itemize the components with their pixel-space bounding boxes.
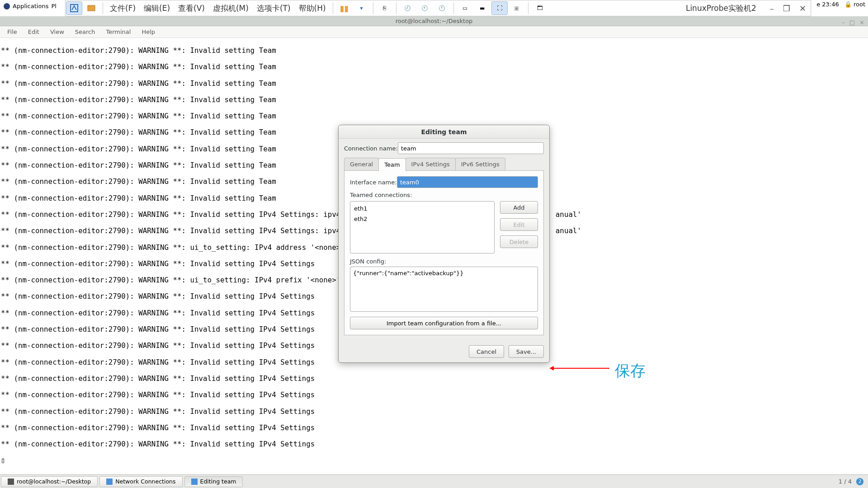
vm-menu-help[interactable]: 帮助(H) <box>295 3 330 14</box>
json-config-input[interactable] <box>350 267 538 312</box>
vm-home-icon[interactable] <box>66 1 82 15</box>
import-button[interactable]: Import team configuration from a file... <box>350 317 538 329</box>
tab-team[interactable]: Team <box>378 158 406 171</box>
dropdown-icon[interactable]: ▾ <box>354 1 370 15</box>
host-panel-left: Applications Pl <box>0 1 60 11</box>
fedora-icon <box>4 3 10 9</box>
taskbar-item-nm[interactable]: Network Connections <box>99 476 182 487</box>
terminal-menubar: File Edit View Search Terminal Help <box>0 26 868 38</box>
taskbar: root@localhost:~/Desktop Network Connect… <box>0 474 868 488</box>
unity-icon[interactable]: ▣ <box>509 1 525 15</box>
dialog-title: Editing team <box>339 125 549 139</box>
annotation-arrow <box>551 368 609 369</box>
tab-general[interactable]: General <box>344 158 379 170</box>
vm-menu-edit[interactable]: 编辑(E) <box>140 3 174 14</box>
taskbar-item-terminal[interactable]: root@localhost:~/Desktop <box>1 476 98 487</box>
minimize-icon[interactable]: – <box>765 4 778 13</box>
vmware-toolbar: 文件(F) 编辑(E) 查看(V) 虚拟机(M) 选项卡(T) 帮助(H) ▮▮… <box>65 0 811 16</box>
snapshot-take-icon[interactable]: 🕘 <box>400 1 416 15</box>
list-item[interactable]: eth2 <box>350 214 494 224</box>
annotation-text: 保存 <box>615 361 646 381</box>
cancel-button[interactable]: Cancel <box>469 345 504 358</box>
network-icon <box>106 479 113 485</box>
host-panel-right: e 23:46 🔒 root <box>816 1 865 8</box>
term-menu-view[interactable]: View <box>46 27 69 37</box>
list-item[interactable]: eth1 <box>350 203 494 214</box>
host-user[interactable]: 🔒 root <box>844 1 865 8</box>
apps-menu[interactable]: Applications <box>13 3 48 9</box>
snapshot-revert-icon[interactable]: 🕙 <box>417 1 433 15</box>
conn-name-label: Connection name: <box>344 145 398 152</box>
places-fragment: Pl <box>51 3 56 9</box>
save-button[interactable]: Save... <box>509 345 544 358</box>
dialog-tabs: General Team IPv4 Settings IPv6 Settings <box>344 158 544 171</box>
fullscreen-icon[interactable]: ⛶ <box>491 1 508 15</box>
edit-button[interactable]: Edit <box>500 218 538 231</box>
term-menu-terminal[interactable]: Terminal <box>101 27 135 37</box>
view-multi-icon[interactable]: ▬ <box>474 1 491 15</box>
view-single-icon[interactable]: ▭ <box>457 1 473 15</box>
term-menu-file[interactable]: File <box>3 27 22 37</box>
vm-tab-icon[interactable] <box>83 1 99 15</box>
workspace-counter: 1 / 4 <box>839 478 852 485</box>
tab-ipv4[interactable]: IPv4 Settings <box>406 158 456 170</box>
vm-title: LinuxProbe实验机2 <box>686 3 756 14</box>
term-menu-edit[interactable]: Edit <box>24 27 44 37</box>
restore-icon[interactable]: ❐ <box>778 4 795 13</box>
vm-menu-tabs[interactable]: 选项卡(T) <box>253 3 295 14</box>
library-icon[interactable]: 🗔 <box>532 1 548 15</box>
iface-name-label: Interface name: <box>350 179 397 186</box>
send-keys-icon[interactable]: ⎘ <box>377 1 393 15</box>
term-menu-search[interactable]: Search <box>71 27 100 37</box>
vm-menu-file[interactable]: 文件(F) <box>106 3 140 14</box>
network-icon <box>191 479 198 485</box>
teamed-label: Teamed connections: <box>350 192 538 198</box>
snapshot-manage-icon[interactable]: 🕚 <box>434 1 450 15</box>
vm-menu-view[interactable]: 查看(V) <box>174 3 209 14</box>
iface-name-input[interactable] <box>397 176 538 188</box>
close-icon[interactable]: ✕ <box>795 4 811 13</box>
terminal-icon <box>8 479 14 485</box>
terminal-titlebar: root@localhost:~/Desktop –□× <box>0 16 868 26</box>
conn-name-input[interactable] <box>398 142 544 154</box>
vm-menu-vm[interactable]: 虚拟机(M) <box>209 3 253 14</box>
host-time: e 23:46 <box>816 1 839 8</box>
json-config-label: JSON config: <box>350 258 538 265</box>
taskbar-item-editing[interactable]: Editing team <box>184 476 243 487</box>
editing-team-dialog: Editing team Connection name: General Te… <box>338 125 550 363</box>
svg-rect-1 <box>88 5 95 11</box>
pause-icon[interactable]: ▮▮ <box>336 1 353 15</box>
delete-button[interactable]: Delete <box>500 235 538 248</box>
term-menu-help[interactable]: Help <box>137 27 160 37</box>
add-button[interactable]: Add <box>500 201 538 214</box>
terminal-title: root@localhost:~/Desktop <box>396 18 473 24</box>
tab-ipv6[interactable]: IPv6 Settings <box>455 158 505 170</box>
notification-icon[interactable]: 2 <box>856 478 863 485</box>
teamed-list[interactable]: eth1 eth2 <box>350 201 495 253</box>
